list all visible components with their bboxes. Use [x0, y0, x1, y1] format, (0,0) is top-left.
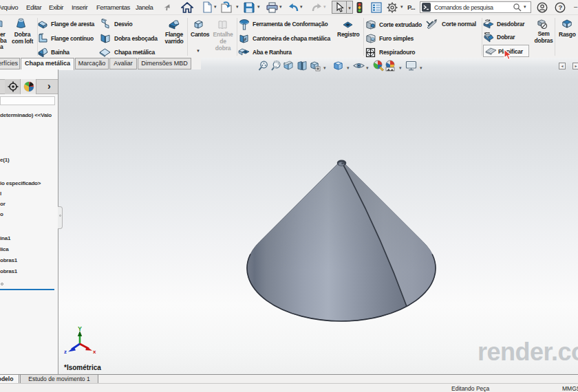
svg-text:z: z	[64, 349, 67, 355]
svg-text:x: x	[93, 349, 96, 355]
svg-text:?: ?	[558, 3, 562, 11]
